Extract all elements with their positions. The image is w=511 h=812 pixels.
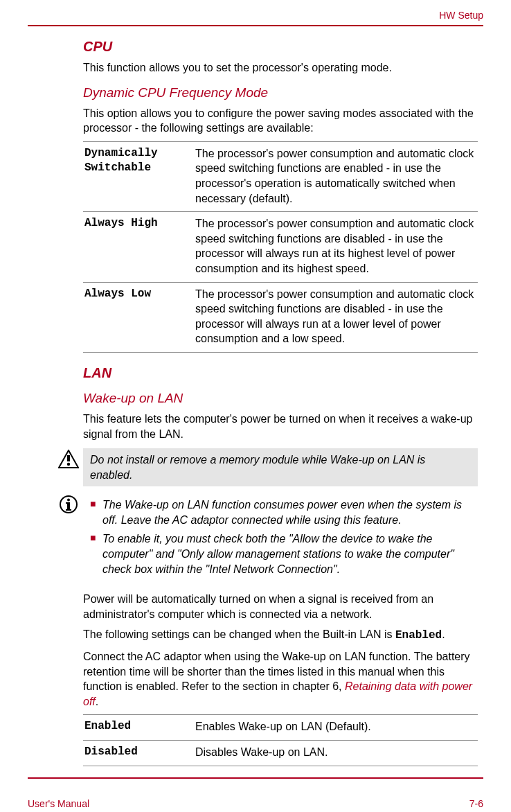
warning-icon <box>54 448 83 469</box>
info-item-0: The Wake-up on LAN function consumes pow… <box>102 497 471 527</box>
cpu-freq-intro: This option allows you to configure the … <box>83 106 478 136</box>
setting-key: Always High <box>83 212 194 282</box>
info-item-1: To enable it, you must check both the "A… <box>102 531 471 576</box>
setting-key: Disabled <box>83 741 194 766</box>
svg-rect-6 <box>66 509 71 511</box>
header-section: HW Setup <box>28 10 483 21</box>
footer: User's Manual 7-6 <box>28 798 483 809</box>
warning-note: Do not install or remove a memory module… <box>54 448 478 486</box>
info-text: ■The Wake-up on LAN function consumes po… <box>83 493 478 585</box>
header-rule <box>28 25 483 26</box>
info-icon <box>54 493 83 514</box>
list-item: ■To enable it, you must check both the "… <box>90 531 471 576</box>
list-item: ■The Wake-up on LAN function consumes po… <box>90 497 471 527</box>
bullet-icon: ■ <box>90 497 102 527</box>
cpu-freq-table: Dynamically Switchable The processor's p… <box>83 141 478 353</box>
cpu-intro: This function allows you to set the proc… <box>83 60 478 76</box>
lan-heading: LAN <box>83 365 478 381</box>
setting-desc: Disables Wake-up on LAN. <box>194 741 478 766</box>
svg-point-4 <box>67 499 70 502</box>
table-row: Enabled Enables Wake-up on LAN (Default)… <box>83 715 478 741</box>
wol-intro: This feature lets the computer's power b… <box>83 412 478 441</box>
footer-rule <box>28 777 483 779</box>
cpu-heading: CPU <box>83 39 478 55</box>
footer-left: User's Manual <box>28 798 89 809</box>
wol-table: Enabled Enables Wake-up on LAN (Default)… <box>83 714 478 766</box>
table-row: Disabled Disables Wake-up on LAN. <box>83 741 478 766</box>
wol-p1: Power will be automatically turned on wh… <box>83 592 478 621</box>
footer-right: 7-6 <box>469 798 483 809</box>
setting-key: Enabled <box>83 715 194 741</box>
setting-desc: The processor's power consumption and au… <box>194 212 478 282</box>
content: CPU This function allows you to set the … <box>83 39 478 766</box>
setting-desc: Enables Wake-up on LAN (Default). <box>194 715 478 741</box>
bullet-icon: ■ <box>90 531 102 576</box>
wol-p2b: Enabled <box>395 629 442 642</box>
setting-key: Dynamically Switchable <box>83 141 194 211</box>
wol-p3b: . <box>96 696 98 707</box>
wol-heading: Wake-up on LAN <box>83 391 478 406</box>
wol-p2a: The following settings can be changed wh… <box>83 628 395 640</box>
setting-key: Always Low <box>83 282 194 352</box>
table-row: Always Low The processor's power consump… <box>83 282 478 352</box>
table-row: Dynamically Switchable The processor's p… <box>83 141 478 211</box>
svg-rect-7 <box>66 502 69 504</box>
page: HW Setup CPU This function allows you to… <box>0 0 511 812</box>
setting-desc: The processor's power consumption and au… <box>194 282 478 352</box>
svg-point-2 <box>67 463 70 466</box>
warning-text: Do not install or remove a memory module… <box>83 448 478 486</box>
info-note: ■The Wake-up on LAN function consumes po… <box>54 493 478 585</box>
cpu-freq-heading: Dynamic CPU Frequency Mode <box>83 85 478 100</box>
table-row: Always High The processor's power consum… <box>83 212 478 282</box>
wol-p2c: . <box>442 628 445 640</box>
setting-desc: The processor's power consumption and au… <box>194 141 478 211</box>
wol-p3: Connect the AC adaptor when using the Wa… <box>83 649 478 709</box>
wol-p2: The following settings can be changed wh… <box>83 627 478 644</box>
svg-rect-1 <box>67 455 70 461</box>
